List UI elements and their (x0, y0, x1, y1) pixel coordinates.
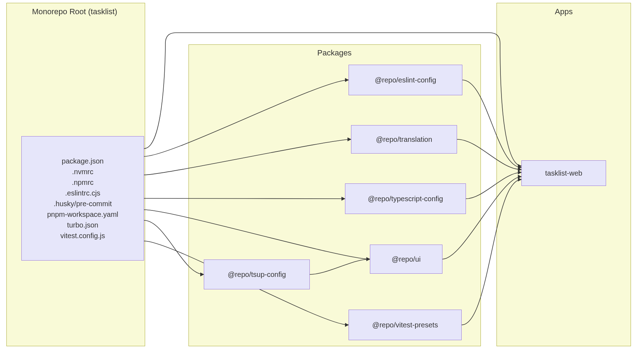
node-label: tasklist-web (545, 168, 582, 178)
node-label: @repo/ui (392, 254, 420, 264)
root-file-line: .husky/pre-commit (54, 198, 112, 209)
node-label: @repo/translation (376, 134, 432, 145)
node-monorepo-root-files: package.json .nvmrc .npmrc .eslintrc.cjs… (21, 136, 144, 261)
node-translation: @repo/translation (351, 125, 457, 154)
root-file-line: pnpm-workspace.yaml (47, 209, 118, 220)
node-tasklist-web: tasklist-web (521, 160, 606, 186)
root-file-line: turbo.json (67, 220, 99, 230)
node-label: @repo/typescript-config (368, 193, 443, 204)
root-file-line: vitest.config.js (60, 230, 105, 241)
root-file-line: .nvmrc (72, 166, 94, 177)
node-label: @repo/tsup-config (228, 269, 286, 280)
node-label: @repo/vitest-presets (372, 320, 438, 330)
root-file-line: package.json (62, 156, 104, 166)
group-apps-title: Apps (555, 7, 573, 16)
group-packages-title: Packages (317, 48, 352, 58)
node-tsup-config: @repo/tsup-config (204, 259, 310, 289)
root-file-line: .npmrc (72, 177, 94, 188)
node-label: @repo/eslint-config (375, 75, 436, 85)
root-file-line: .eslintrc.cjs (65, 188, 100, 198)
node-typescript-config: @repo/typescript-config (345, 183, 466, 214)
node-eslint-config: @repo/eslint-config (349, 65, 462, 95)
node-vitest-presets: @repo/vitest-presets (349, 310, 462, 340)
diagram-canvas: Monorepo Root (tasklist) Packages Apps p… (0, 0, 637, 364)
node-ui: @repo/ui (370, 245, 442, 274)
group-monorepo-root-title: Monorepo Root (tasklist) (32, 7, 117, 16)
